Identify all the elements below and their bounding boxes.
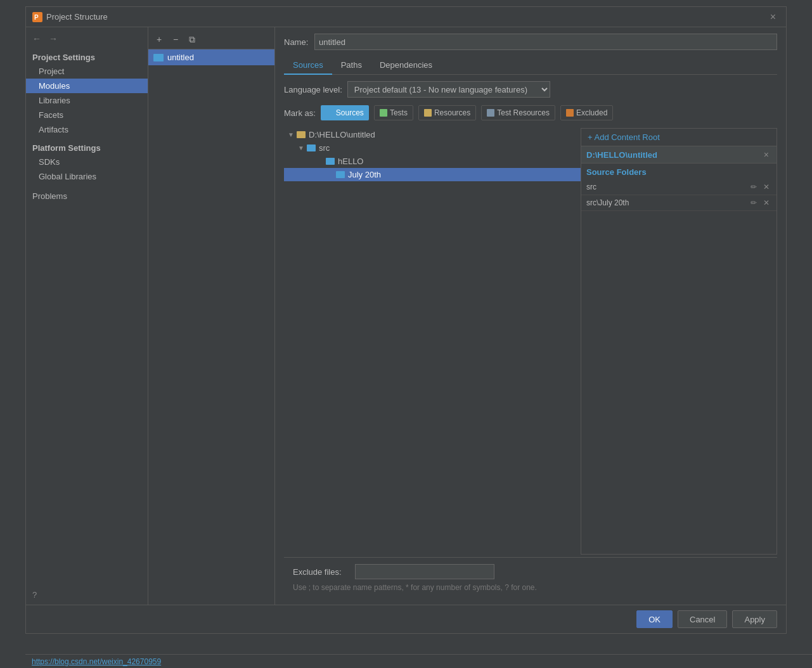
exclude-files-label: Exclude files: bbox=[293, 567, 350, 577]
content-root-header: D:\HELLO\untitled × bbox=[581, 146, 777, 164]
name-row: Name: bbox=[284, 34, 777, 50]
app-icon: P bbox=[32, 12, 42, 22]
help-button[interactable]: ? bbox=[26, 585, 148, 605]
module-toolbar: + − ⧉ bbox=[148, 30, 274, 49]
exclude-files-input[interactable] bbox=[355, 564, 494, 579]
test-resources-icon bbox=[487, 109, 494, 117]
edit-source-folder-src[interactable]: ✏ bbox=[749, 182, 759, 192]
sidebar-item-project[interactable]: Project bbox=[26, 64, 148, 79]
bottom-section: Exclude files: Use ; to separate name pa… bbox=[284, 557, 777, 598]
cancel-button[interactable]: Cancel bbox=[678, 610, 727, 628]
sidebar-item-artifacts[interactable]: Artifacts bbox=[26, 122, 148, 137]
close-button[interactable]: × bbox=[766, 10, 780, 24]
module-item-untitled[interactable]: untitled bbox=[148, 49, 274, 65]
remove-source-folder-july[interactable]: ✕ bbox=[761, 198, 771, 208]
module-folder-icon bbox=[153, 54, 164, 61]
add-content-root-button[interactable]: + Add Content Root bbox=[581, 129, 777, 146]
mark-excluded-button[interactable]: Excluded bbox=[560, 105, 613, 120]
source-folder-actions-src: ✏ ✕ bbox=[749, 182, 771, 192]
mark-as-label: Mark as: bbox=[284, 108, 316, 118]
sources-icon bbox=[326, 109, 333, 117]
exclude-files-row: Exclude files: bbox=[293, 564, 768, 579]
status-url[interactable]: https://blog.csdn.net/weixin_42670959 bbox=[32, 657, 161, 666]
source-folder-src: src ✏ ✕ bbox=[581, 179, 777, 195]
svg-text:P: P bbox=[34, 14, 39, 21]
exclude-hint: Use ; to separate name patterns, * for a… bbox=[293, 583, 768, 592]
arrow-july bbox=[317, 170, 326, 179]
folder-icon-src bbox=[307, 145, 316, 151]
content-area: ▼ D:\HELLO\untitled ▼ src hELLO bbox=[284, 128, 777, 555]
mark-resources-button[interactable]: Resources bbox=[418, 105, 476, 120]
arrow-hello bbox=[307, 157, 316, 166]
mark-test-resources-button[interactable]: Test Resources bbox=[481, 105, 555, 120]
forward-arrow[interactable]: → bbox=[48, 32, 59, 45]
sidebar-item-libraries[interactable]: Libraries bbox=[26, 93, 148, 108]
mark-as-row: Mark as: Sources Tests Resources Test Re… bbox=[284, 105, 777, 120]
apply-button[interactable]: Apply bbox=[732, 610, 777, 628]
project-settings-label: Project Settings bbox=[26, 49, 148, 64]
file-tree[interactable]: ▼ D:\HELLO\untitled ▼ src hELLO bbox=[284, 128, 581, 555]
remove-source-folder-src[interactable]: ✕ bbox=[761, 182, 771, 192]
name-input[interactable] bbox=[314, 34, 777, 50]
sidebar-item-modules[interactable]: Modules bbox=[26, 79, 148, 93]
excluded-icon bbox=[566, 109, 574, 117]
sidebar-item-problems[interactable]: Problems bbox=[26, 184, 148, 203]
tests-icon bbox=[380, 109, 387, 117]
folder-icon-july bbox=[336, 171, 345, 178]
language-level-select[interactable]: Project default (13 - No new language fe… bbox=[347, 81, 550, 98]
window-title: Project Structure bbox=[46, 12, 766, 22]
sidebar: ← → Project Settings Project Modules Lib… bbox=[26, 27, 148, 605]
folder-icon-hello bbox=[326, 158, 335, 165]
tabs-row: Sources Paths Dependencies bbox=[284, 56, 777, 75]
ok-button[interactable]: OK bbox=[636, 610, 673, 628]
title-bar: P Project Structure × bbox=[26, 7, 786, 27]
content-root-close-button[interactable]: × bbox=[761, 150, 771, 160]
language-level-row: Language level: Project default (13 - No… bbox=[284, 81, 777, 98]
status-bar: https://blog.csdn.net/weixin_42670959 bbox=[25, 654, 812, 668]
mark-tests-button[interactable]: Tests bbox=[374, 105, 413, 120]
source-folder-july: src\July 20th ✏ ✕ bbox=[581, 195, 777, 211]
tree-item-hello[interactable]: hELLO bbox=[284, 155, 581, 168]
add-module-button[interactable]: + bbox=[152, 32, 166, 46]
tab-paths[interactable]: Paths bbox=[332, 56, 371, 75]
platform-settings-label: Platform Settings bbox=[26, 137, 148, 155]
tab-dependencies[interactable]: Dependencies bbox=[371, 56, 441, 75]
module-panel: + − ⧉ untitled bbox=[148, 27, 275, 605]
remove-module-button[interactable]: − bbox=[169, 32, 183, 46]
tree-item-root[interactable]: ▼ D:\HELLO\untitled bbox=[284, 128, 581, 141]
sidebar-item-global-libraries[interactable]: Global Libraries bbox=[26, 169, 148, 184]
tab-sources[interactable]: Sources bbox=[284, 56, 332, 75]
arrow-src: ▼ bbox=[297, 144, 306, 153]
name-label: Name: bbox=[284, 37, 309, 47]
content-root-panel: + Add Content Root D:\HELLO\untitled × S… bbox=[581, 128, 777, 555]
source-folders-label: Source Folders bbox=[581, 164, 777, 179]
content-root-path: D:\HELLO\untitled bbox=[586, 150, 761, 160]
tree-item-july[interactable]: July 20th bbox=[284, 168, 581, 181]
tree-item-src[interactable]: ▼ src bbox=[284, 141, 581, 155]
language-level-label: Language level: bbox=[284, 85, 342, 94]
folder-icon-root bbox=[297, 131, 306, 138]
mark-sources-button[interactable]: Sources bbox=[321, 105, 369, 120]
source-folder-path-src: src bbox=[586, 183, 749, 191]
module-name: untitled bbox=[167, 53, 194, 62]
main-content: Name: Sources Paths Dependencies Languag… bbox=[275, 27, 786, 605]
back-arrow[interactable]: ← bbox=[31, 32, 42, 45]
source-folder-actions-july: ✏ ✕ bbox=[749, 198, 771, 208]
edit-source-folder-july[interactable]: ✏ bbox=[749, 198, 759, 208]
source-folder-path-july: src\July 20th bbox=[586, 198, 749, 207]
sidebar-item-sdks[interactable]: SDKs bbox=[26, 155, 148, 169]
nav-arrows: ← → bbox=[26, 30, 148, 49]
resources-icon bbox=[424, 109, 432, 117]
sidebar-item-facets[interactable]: Facets bbox=[26, 108, 148, 122]
dialog-footer: OK Cancel Apply bbox=[26, 605, 786, 633]
copy-module-button[interactable]: ⧉ bbox=[185, 32, 199, 46]
arrow-root: ▼ bbox=[287, 131, 295, 139]
